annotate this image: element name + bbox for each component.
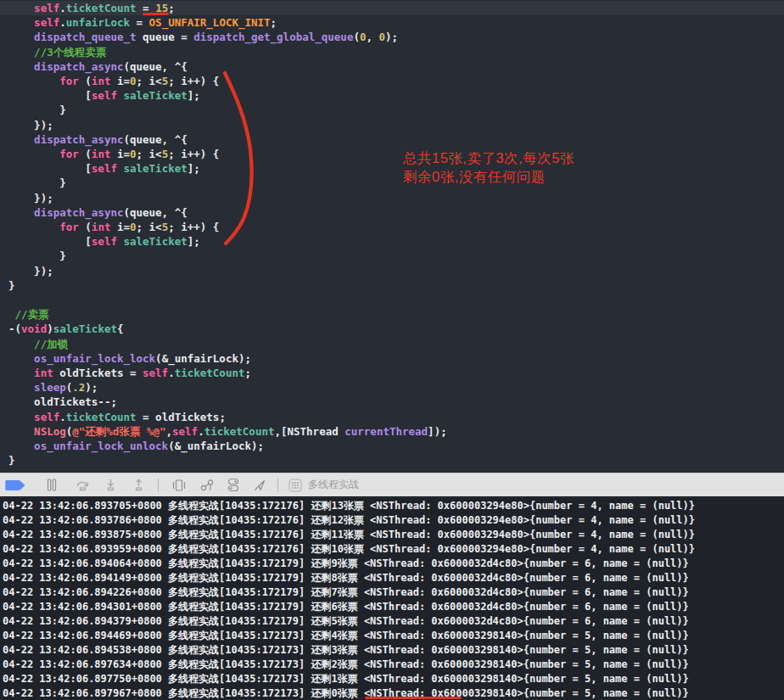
code-token: ; i++) { — [168, 221, 219, 233]
code-token: dispatch_async — [34, 133, 123, 146]
code-token: currentThread — [344, 425, 428, 438]
code-line: for (int i=0; i<5; i++) { — [0, 220, 784, 234]
code-token: sleep — [34, 381, 66, 394]
code-token: ; — [168, 2, 175, 14]
annotation-text: 总共15张,卖了3次,每次5张 剩余0张,没有任何问题 — [403, 149, 574, 186]
code-token: , — [166, 425, 173, 438]
console-line: 04-22 13:42:06.894064+0800 多线程实战[10435:1… — [3, 557, 784, 571]
step-into-icon[interactable] — [103, 476, 118, 495]
code-token: ticketCount — [175, 367, 245, 379]
code-token: unfairLock — [66, 16, 130, 29]
code-token — [8, 338, 34, 350]
console-line: 04-22 13:42:06.893959+0800 多线程实战[10435:1… — [3, 542, 784, 557]
view-debugger-icon[interactable] — [171, 476, 188, 495]
step-over-icon[interactable] — [75, 476, 90, 495]
code-line: }); — [0, 118, 784, 132]
step-out-icon[interactable] — [131, 476, 146, 495]
code-line: } — [0, 278, 784, 293]
code-token: , — [366, 31, 378, 43]
code-token — [8, 367, 34, 379]
code-line: [self saleTicket]; — [0, 161, 784, 176]
code-token — [8, 352, 34, 365]
code-token: [ — [8, 162, 92, 175]
code-token: . — [59, 2, 66, 14]
code-token: ( — [79, 221, 92, 233]
code-token: for — [59, 221, 79, 233]
code-token: = — [130, 16, 149, 29]
code-token: ]; — [188, 235, 200, 248]
code-token: self — [172, 425, 198, 438]
code-line: sleep(.2); — [0, 380, 784, 395]
code-token — [8, 133, 34, 146]
code-line: os_unfair_lock_unlock(&_unfairLock); — [0, 439, 784, 453]
code-line: }); — [0, 264, 784, 278]
console-line: 04-22 13:42:06.894469+0800 多线程实战[10435:1… — [3, 629, 784, 643]
code-token — [8, 75, 59, 87]
code-line: dispatch_async(queue, ^{ — [0, 132, 784, 147]
breakpoint-arrow-icon[interactable] — [3, 476, 27, 495]
code-token: dispatch_queue_t — [34, 31, 136, 43]
code-token: (queue, ^{ — [123, 133, 187, 146]
code-token: dispatch_async — [34, 206, 123, 219]
code-token: dispatch_async — [34, 60, 123, 73]
code-line: dispatch_async(queue, ^{ — [0, 59, 784, 74]
toolbar-divider — [158, 479, 159, 492]
code-token — [8, 308, 15, 321]
code-token: ; i< — [137, 221, 162, 233]
code-token: self — [34, 411, 59, 423]
code-token: int — [92, 221, 111, 233]
code-line: //加锁 — [0, 337, 784, 351]
code-token: saleTicket — [123, 235, 187, 248]
code-token: //3个线程卖票 — [34, 46, 106, 59]
console-line: 04-22 13:42:06.893875+0800 多线程实战[10435:1… — [3, 528, 784, 542]
code-token: self — [92, 162, 117, 175]
code-line: } — [0, 453, 784, 468]
code-token: . — [59, 16, 66, 29]
code-line: self.ticketCount = 15; — [0, 1, 784, 15]
code-token: } — [8, 176, 66, 189]
code-token: .2 — [72, 381, 85, 394]
code-token: oldTickets = — [53, 367, 143, 379]
code-token: } — [8, 279, 15, 292]
console-line: 04-22 13:42:06.893786+0800 多线程实战[10435:1… — [3, 513, 784, 528]
code-token: . — [198, 425, 204, 438]
code-lines: self.ticketCount = 15; self.unfairLock =… — [0, 1, 784, 468]
code-token: (&_unfairLock); — [168, 440, 264, 452]
code-token: ( — [79, 75, 92, 87]
code-token: NSLog — [34, 425, 66, 438]
memory-graph-icon[interactable] — [199, 476, 216, 495]
code-token: { — [117, 322, 124, 335]
code-token: }); — [8, 265, 53, 277]
code-token: self — [34, 2, 59, 14]
code-token: . — [59, 411, 66, 423]
code-token: i= — [110, 75, 130, 87]
code-token: }); — [8, 192, 53, 204]
code-token — [8, 206, 34, 219]
code-token: ( — [79, 148, 92, 160]
code-token: ; i< — [137, 75, 162, 87]
code-token: int — [92, 148, 111, 160]
code-token: OS_UNFAIR_LOCK_INIT — [149, 16, 271, 29]
code-editor[interactable]: self.ticketCount = 15; self.unfairLock =… — [0, 0, 784, 473]
code-token — [8, 2, 34, 14]
code-token: ticketCount — [66, 2, 137, 14]
code-token: } — [8, 454, 15, 467]
code-line: dispatch_async(queue, ^{ — [0, 205, 784, 220]
console-output[interactable]: 04-22 13:42:06.893705+0800 多线程实战[10435:1… — [0, 498, 784, 700]
code-token: void — [21, 322, 47, 335]
pause-icon[interactable] — [45, 476, 59, 495]
red-underline-zero-tickets — [365, 697, 462, 699]
code-token: ); — [85, 381, 98, 394]
simulate-location-icon[interactable] — [252, 476, 267, 495]
code-token — [8, 148, 59, 160]
code-token: self — [143, 367, 168, 379]
code-token: int — [92, 75, 111, 87]
environment-overrides-icon[interactable] — [226, 476, 241, 495]
xcode-window: self.ticketCount = 15; self.unfairLock =… — [0, 0, 784, 700]
console-line: 04-22 13:42:06.894226+0800 多线程实战[10435:1… — [3, 585, 784, 600]
code-token: ; — [244, 367, 251, 379]
console-line: 04-22 13:42:06.894538+0800 多线程实战[10435:1… — [3, 643, 784, 658]
code-token: -( — [8, 322, 21, 335]
code-line: NSLog(@"还剩%d张票 %@",self.ticketCount,[NST… — [0, 424, 784, 439]
code-line: self.ticketCount = oldTickets; — [0, 410, 784, 424]
